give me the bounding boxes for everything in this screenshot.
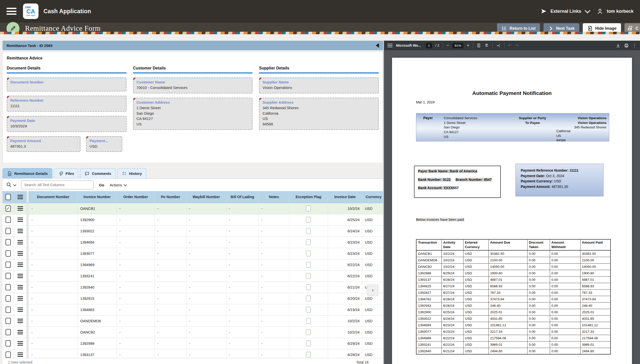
zoom-out-button[interactable]: − <box>446 43 449 48</box>
row-checkbox[interactable]: ✓ <box>6 205 11 212</box>
row-menu-icon[interactable] <box>18 262 23 267</box>
row-checkbox[interactable] <box>6 352 11 358</box>
search-icon[interactable] <box>6 182 16 188</box>
search-input[interactable] <box>21 180 94 189</box>
more-options-button[interactable]: ⋮ <box>632 43 636 48</box>
row-menu-icon[interactable] <box>18 308 23 312</box>
task-panel-header[interactable]: Remittance Task - ID 2565 <box>3 41 383 50</box>
actions-menu-button[interactable]: Actions <box>110 183 126 187</box>
col-header-invoice-date[interactable]: Invoice Date <box>328 191 362 203</box>
customer-name-field[interactable]: Customer Name 70010 - Consolidated Servi… <box>133 78 253 94</box>
row-checkbox[interactable] <box>6 284 11 290</box>
tab-files[interactable]: Files <box>54 168 79 178</box>
redo-button[interactable]: ↷ <box>515 43 518 48</box>
table-row[interactable]: ✓-OANCB1-----10/2/24USD <box>3 203 383 214</box>
fit-to-page-button[interactable] <box>476 43 481 48</box>
table-row[interactable]: -1393077-----6/23/24USD <box>3 248 383 259</box>
col-header-waybill-number[interactable]: Waybill Number <box>186 191 226 203</box>
row-menu-icon[interactable] <box>18 319 23 323</box>
pdf-zoom-level[interactable]: 91% <box>452 43 463 48</box>
table-row[interactable]: -1394863-----6/19/24USD <box>3 304 383 315</box>
supplier-address-field[interactable]: Supplier Address 345 Redwood ShoresCalif… <box>259 98 379 130</box>
user-name[interactable]: tom korbeck <box>607 9 633 14</box>
table-row[interactable]: -OANCB2-----10/2/24USD <box>3 326 383 338</box>
table-row[interactable]: -1393022-----6/24/24USD <box>3 225 383 236</box>
go-button[interactable]: Go <box>99 183 104 187</box>
table-row[interactable]: -1392915-----6/20/24USD <box>3 293 383 304</box>
document-number-field[interactable]: Document Number <box>7 78 127 92</box>
payment-date-field[interactable]: Payment Date 10/3/2024 <box>7 116 127 132</box>
payment-amount-field[interactable]: Payment Amount 487351.3 <box>7 136 81 152</box>
zoom-in-button[interactable]: + <box>467 43 469 48</box>
row-checkbox[interactable] <box>6 216 11 223</box>
row-checkbox[interactable] <box>6 295 11 302</box>
undo-button[interactable]: ↶ <box>508 43 511 48</box>
annotate-button[interactable] <box>496 43 501 48</box>
exception-flag-checkbox[interactable] <box>306 352 311 358</box>
exception-flag-checkbox[interactable] <box>306 217 311 222</box>
table-row[interactable]: -OANDEMO6-----10/2/24USD <box>3 315 383 326</box>
select-all-checkbox[interactable] <box>6 194 11 200</box>
download-button[interactable] <box>616 43 620 48</box>
exception-flag-checkbox[interactable] <box>306 228 311 234</box>
row-checkbox[interactable] <box>6 306 11 313</box>
col-header-currency[interactable]: Currency <box>362 191 383 203</box>
rotate-button[interactable] <box>484 43 489 48</box>
row-checkbox[interactable] <box>6 340 11 346</box>
row-menu-icon[interactable] <box>18 206 23 210</box>
customer-address-field[interactable]: Customer Address 1 Demo StreetSan DiegoC… <box>133 98 253 130</box>
exception-flag-checkbox[interactable] <box>306 250 311 256</box>
row-menu-icon[interactable] <box>18 352 23 357</box>
collapse-panel-icon[interactable] <box>376 43 379 48</box>
tab-history[interactable]: History <box>117 168 147 178</box>
pdf-content-area[interactable]: Automatic Payment Notification Mar 1, 20… <box>384 50 640 364</box>
pdf-menu-icon[interactable] <box>387 44 392 47</box>
row-menu-icon[interactable] <box>18 229 23 233</box>
print-button[interactable] <box>624 43 629 48</box>
exception-flag-checkbox[interactable] <box>306 239 311 245</box>
row-menu-icon[interactable] <box>18 330 23 334</box>
table-row[interactable]: -1393241-----6/22/24USD <box>3 270 383 282</box>
row-checkbox[interactable] <box>6 262 11 268</box>
col-header-order-number[interactable]: Order Number <box>117 191 155 203</box>
row-menu-header-icon[interactable] <box>18 195 23 199</box>
table-row[interactable]: -1392900-----6/25/24USD <box>3 214 383 225</box>
exception-flag-checkbox[interactable] <box>306 206 311 211</box>
table-row[interactable]: -1392840-----6/21/24USD <box>3 282 383 293</box>
row-checkbox[interactable] <box>6 239 11 245</box>
exception-flag-checkbox[interactable] <box>306 340 311 346</box>
scroll-columns-right-button[interactable]: › <box>367 284 378 296</box>
external-links-menu[interactable]: External Links <box>550 9 581 14</box>
table-row[interactable]: -1392988-----6/29/24USD <box>3 338 383 349</box>
row-checkbox[interactable] <box>6 329 11 335</box>
tab-remittance-details[interactable]: Remittance Details <box>3 168 52 178</box>
row-menu-icon[interactable] <box>18 296 23 300</box>
row-menu-icon[interactable] <box>18 274 23 278</box>
col-header-invoice-number[interactable]: Invoice Number <box>78 191 117 203</box>
col-header-notes[interactable]: Notes <box>259 191 289 203</box>
payment-currency-field[interactable]: Payment... USD <box>86 136 122 152</box>
exception-flag-checkbox[interactable] <box>306 262 311 268</box>
tab-comments[interactable]: Comments <box>80 168 116 178</box>
row-checkbox[interactable] <box>6 318 11 324</box>
menu-icon[interactable] <box>7 8 17 15</box>
row-menu-icon[interactable] <box>18 251 23 256</box>
reference-number-field[interactable]: Reference Number 11111 <box>7 96 127 112</box>
col-header-exception-flag[interactable]: Exception Flag <box>289 191 328 203</box>
table-row[interactable]: -1394894-----6/23/24USD <box>3 236 383 248</box>
row-checkbox[interactable] <box>6 228 11 234</box>
exception-flag-checkbox[interactable] <box>306 284 311 290</box>
exception-flag-checkbox[interactable] <box>306 318 311 324</box>
row-menu-icon[interactable] <box>18 341 23 346</box>
row-menu-icon[interactable] <box>18 218 23 222</box>
col-header-document-number[interactable]: Document Number <box>29 191 78 203</box>
col-header-bill-of-lading[interactable]: Bill Of Lading <box>226 191 259 203</box>
row-checkbox[interactable] <box>6 273 11 279</box>
row-menu-icon[interactable] <box>18 240 23 244</box>
row-menu-icon[interactable] <box>18 285 23 289</box>
exception-flag-checkbox[interactable] <box>306 329 311 335</box>
exception-flag-checkbox[interactable] <box>306 307 311 312</box>
row-checkbox[interactable] <box>6 250 11 256</box>
table-row[interactable]: -1394969-----6/22/24USD <box>3 259 383 270</box>
table-row[interactable]: -1393137-----6/28/24USD <box>3 349 383 358</box>
